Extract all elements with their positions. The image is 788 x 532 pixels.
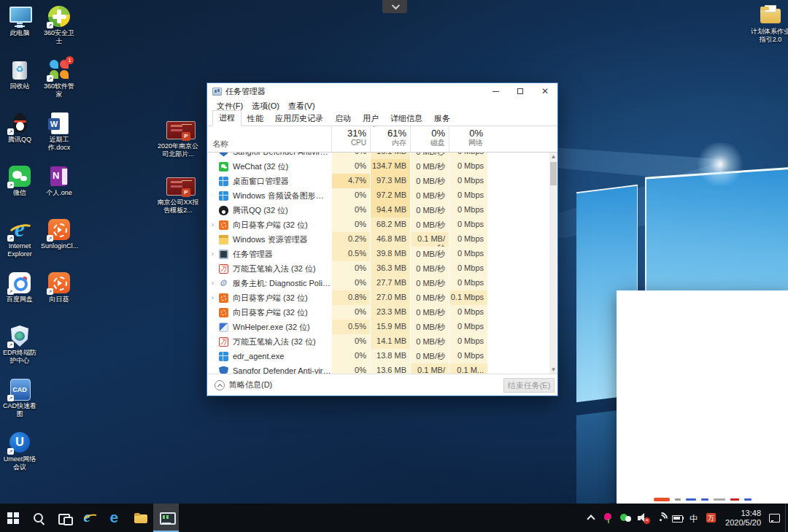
tray-icon-sunlogin[interactable] bbox=[602, 512, 614, 524]
process-row[interactable]: Sangfor Defender Anti-virus S...0%13.6 M… bbox=[207, 363, 557, 374]
desktop-icon[interactable]: ↗1360软件管家 bbox=[41, 59, 77, 99]
process-row[interactable]: 向日葵客户端 (32 位)0%23.3 MB0 MB/秒0 Mbps bbox=[207, 305, 557, 320]
process-row[interactable]: ›向日葵客户端 (32 位)0.8%27.0 MB0 MB/秒0.1 Mbps bbox=[207, 290, 557, 305]
tab-services[interactable]: 服务 bbox=[428, 112, 456, 126]
close-button[interactable]: ✕ bbox=[533, 83, 557, 99]
tab-users[interactable]: 用户 bbox=[357, 112, 385, 126]
process-row[interactable]: WeChat (32 位)0%134.7 MB0 MB/秒0 Mbps bbox=[207, 159, 557, 174]
tab-performance[interactable]: 性能 bbox=[242, 112, 269, 126]
process-row[interactable]: 万能五笔输入法 (32 位)0%14.1 MB0 MB/秒0 Mbps bbox=[207, 334, 557, 349]
column-header-cpu[interactable]: 31%CPU bbox=[331, 126, 370, 152]
desktop-icon[interactable]: 近期工作.docx bbox=[41, 112, 77, 152]
process-row[interactable]: Sangfor Defender Antivirus S...0%16.1 MB… bbox=[207, 153, 557, 159]
end-task-button[interactable]: 结束任务(E) bbox=[503, 378, 555, 393]
desktop-icon[interactable]: ↗腾讯QQ bbox=[1, 112, 38, 144]
scrollbar[interactable]: ▲ ▼ bbox=[549, 153, 557, 374]
process-row[interactable]: 腾讯QQ (32 位)0%94.4 MB0 MB/秒0 Mbps bbox=[207, 203, 557, 217]
disk-cell: 0 MB/秒 bbox=[411, 305, 449, 320]
remote-toolbar-tab[interactable] bbox=[382, 0, 407, 13]
process-row[interactable]: 桌面窗口管理器4.7%97.3 MB0 MB/秒0 Mbps bbox=[207, 174, 557, 188]
expand-chevron-icon[interactable]: › bbox=[212, 250, 219, 258]
desktop-icon[interactable]: ↗SunloginCl... bbox=[41, 219, 77, 250]
desktop-icon[interactable]: 此电脑 bbox=[1, 6, 38, 37]
column-header-network[interactable]: 0%网络 bbox=[449, 126, 487, 152]
tab-startup[interactable]: 启动 bbox=[329, 112, 357, 126]
taskbar-button-search[interactable] bbox=[26, 504, 51, 532]
desktop-icon[interactable]: 南京公司XX报告模板2... bbox=[156, 175, 200, 215]
memory-cell: 68.2 MB bbox=[371, 217, 410, 232]
shortcut-arrow-icon: ↗ bbox=[47, 288, 53, 295]
process-row[interactable]: ›任务管理器0.5%39.8 MB0 MB/秒0 Mbps bbox=[207, 247, 557, 261]
memory-cell: 23.3 MB bbox=[371, 305, 410, 320]
taskbar-button-edge[interactable] bbox=[102, 504, 128, 532]
tray-icon-ime-lang[interactable]: 中 bbox=[690, 512, 700, 524]
taskbar-button-internet-explorer[interactable] bbox=[77, 504, 102, 532]
menu-item-view[interactable]: 查看(V) bbox=[284, 101, 320, 112]
scroll-down-button[interactable]: ▼ bbox=[549, 366, 557, 374]
expand-chevron-icon[interactable]: › bbox=[212, 221, 219, 228]
tab-app-history[interactable]: 应用历史记录 bbox=[269, 112, 329, 126]
tab-processes[interactable]: 进程 bbox=[212, 110, 242, 126]
process-row[interactable]: Windows 资源管理器0.2%46.8 MB0.1 MB/秒0 Mbps bbox=[207, 232, 557, 247]
tray-icon-power[interactable] bbox=[672, 512, 684, 524]
process-name: WeChat (32 位) bbox=[233, 161, 288, 172]
footer-mark bbox=[714, 498, 725, 501]
action-center-button[interactable] bbox=[768, 512, 781, 524]
desktop-icon-label: 个人.one bbox=[41, 189, 77, 197]
desktop-icon[interactable]: ↗微信 bbox=[1, 166, 38, 197]
network-cell: 0 Mbps bbox=[449, 159, 487, 174]
network-cell: 0 Mbps bbox=[449, 174, 487, 188]
tray-clock[interactable]: 13:482020/5/20 bbox=[723, 509, 763, 528]
process-name-cell: ›向日葵客户端 (32 位) bbox=[207, 217, 331, 232]
process-name: edr_agent.exe bbox=[233, 352, 284, 361]
desktop-icon[interactable]: ↗EDR终端防护中心 bbox=[1, 325, 38, 365]
search-icon bbox=[31, 511, 46, 525]
desktop-icon[interactable]: ↗百度网盘 bbox=[1, 272, 38, 304]
title-bar[interactable]: 任务管理器 ✕ bbox=[207, 83, 557, 99]
tray-icon-tray-expand[interactable] bbox=[584, 512, 597, 524]
tray-icon-volume[interactable] bbox=[637, 512, 649, 524]
process-row[interactable]: ›向日葵客户端 (32 位)0%68.2 MB0 MB/秒0 Mbps bbox=[207, 217, 557, 232]
taskbar-button-task-manager[interactable] bbox=[153, 504, 179, 532]
system-tray: 中13:482020/5/20 bbox=[580, 504, 785, 532]
wifi-icon bbox=[660, 519, 662, 521]
tray-icon-network[interactable] bbox=[654, 512, 667, 524]
show-desktop-button[interactable] bbox=[785, 504, 788, 532]
desktop-icon[interactable]: ↗Umeet网络会议 bbox=[1, 432, 38, 471]
desktop-icon[interactable]: 个人.one bbox=[41, 166, 77, 197]
scroll-thumb[interactable] bbox=[550, 162, 557, 185]
desktop-icon[interactable]: 2020年南京公司北部片... bbox=[156, 119, 200, 158]
process-row[interactable]: edr_agent.exe0%13.8 MB0 MB/秒0 Mbps bbox=[207, 349, 557, 363]
details-toggle[interactable]: 简略信息(D) bbox=[215, 379, 272, 390]
taskbar-button-start[interactable] bbox=[0, 504, 26, 532]
taskbar-button-file-explorer[interactable] bbox=[128, 504, 153, 532]
expand-chevron-icon[interactable]: › bbox=[212, 280, 219, 287]
column-header-name[interactable]: 名称 bbox=[212, 139, 228, 150]
cpu-cell: 0% bbox=[332, 334, 370, 349]
column-header-disk[interactable]: 0%磁盘 bbox=[410, 126, 449, 152]
footer-bar: 简略信息(D) 结束任务(E) bbox=[207, 374, 557, 396]
expand-chevron-icon[interactable]: › bbox=[212, 294, 219, 301]
minimize-button[interactable] bbox=[483, 83, 508, 99]
desktop-icon[interactable]: ↗360安全卫士 bbox=[41, 6, 77, 45]
desktop-icon[interactable]: ↗向日葵 bbox=[41, 272, 77, 304]
process-row[interactable]: Windows 音频设备图形隔离0%97.2 MB0 MB/秒0 Mbps bbox=[207, 188, 557, 203]
desktop-icon[interactable]: ↗Internet Explorer bbox=[1, 219, 38, 258]
tray-icon-wechat[interactable] bbox=[619, 512, 632, 524]
ppt-icon bbox=[166, 175, 190, 197]
process-row[interactable]: ›服务主机: Diagnostic Policy S...0%27.7 MB0 … bbox=[207, 276, 557, 290]
process-row[interactable]: 万能五笔输入法 (32 位)0%36.3 MB0 MB/秒0 Mbps bbox=[207, 261, 557, 276]
desktop-icon[interactable]: 计划体系作业指引2.0 bbox=[749, 4, 788, 44]
desktop-icon[interactable]: 回收站 bbox=[1, 59, 38, 90]
scroll-up-button[interactable]: ▲ bbox=[549, 153, 557, 161]
desktop-icon[interactable]: ↗CAD快速看图 bbox=[1, 379, 38, 418]
tray-icon-wubi-ime[interactable] bbox=[706, 512, 718, 524]
menu-item-options[interactable]: 选项(O) bbox=[247, 101, 284, 112]
tab-details[interactable]: 详细信息 bbox=[385, 112, 428, 126]
process-row[interactable]: WnHelper.exe (32 位)0.5%15.9 MB0 MB/秒0 Mb… bbox=[207, 320, 557, 334]
column-header-memory[interactable]: ˇ61%内存 bbox=[370, 126, 410, 152]
taskbar-button-task-view[interactable] bbox=[51, 504, 77, 532]
process-name: 向日葵客户端 (32 位) bbox=[233, 293, 308, 304]
maximize-button[interactable] bbox=[508, 83, 533, 99]
onenote-icon bbox=[47, 166, 72, 188]
